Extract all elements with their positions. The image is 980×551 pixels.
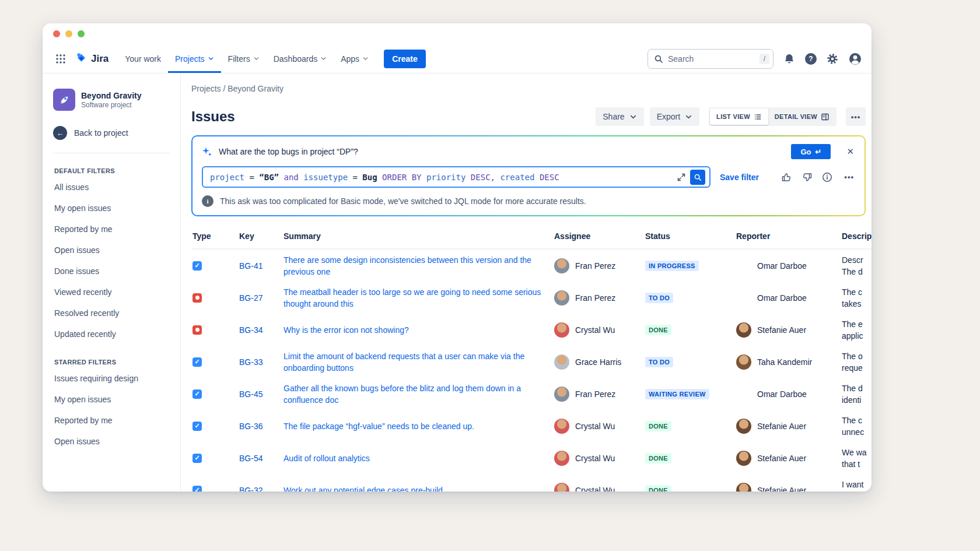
task-type-icon[interactable]: ✓ [192, 454, 202, 463]
status-cell[interactable]: TO DO [645, 292, 736, 303]
reporter-cell[interactable]: Taha Kandemir [736, 355, 842, 370]
thumbs-up-button[interactable] [781, 172, 792, 183]
view-option-detail-view[interactable]: DETAIL VIEW [768, 108, 835, 125]
nav-item-your-work[interactable]: Your work [118, 44, 168, 73]
status-cell[interactable]: DONE [645, 485, 736, 492]
task-type-icon[interactable]: ✓ [192, 389, 202, 399]
nav-item-dashboards[interactable]: Dashboards [267, 44, 334, 73]
assignee-cell[interactable]: Crystal Wu [554, 451, 645, 466]
jql-info-button[interactable] [822, 172, 832, 183]
task-type-icon[interactable]: ✓ [192, 486, 202, 492]
assignee-cell[interactable]: Fran Perez [554, 290, 645, 306]
back-to-project[interactable]: ← Back to project [43, 126, 180, 140]
assignee-cell[interactable]: Crystal Wu [554, 483, 645, 492]
assignee-cell[interactable]: Crystal Wu [554, 419, 645, 434]
task-type-icon[interactable]: ✓ [192, 261, 202, 271]
issue-summary-link[interactable]: The file package “hgf-value” needs to be… [284, 420, 554, 432]
sidebar-item-reported-by-me[interactable]: Reported by me [43, 219, 180, 240]
sidebar-item-open-issues[interactable]: Open issues [43, 431, 180, 452]
create-button[interactable]: Create [384, 50, 426, 68]
column-header-key[interactable]: Key [239, 231, 284, 241]
profile-button[interactable] [848, 52, 862, 66]
sidebar-item-my-open-issues[interactable]: My open issues [43, 389, 180, 410]
issue-key-link[interactable]: BG-33 [239, 357, 284, 367]
issue-key-link[interactable]: BG-34 [239, 325, 284, 335]
expand-editor-button[interactable] [677, 173, 686, 182]
status-cell[interactable]: IN PROGRESS [645, 260, 736, 271]
reporter-cell[interactable]: Stefanie Auer [736, 483, 842, 492]
reporter-cell[interactable]: Stefanie Auer [736, 322, 842, 338]
bug-type-icon[interactable] [192, 325, 202, 335]
sidebar-item-all-issues[interactable]: All issues [43, 177, 180, 198]
column-header-status[interactable]: Status [645, 231, 736, 241]
nav-item-apps[interactable]: Apps [334, 44, 376, 73]
issue-key-link[interactable]: BG-36 [239, 422, 284, 431]
breadcrumb-project-name[interactable]: Beyond Gravity [228, 84, 284, 93]
jira-logo[interactable]: Jira [72, 44, 117, 73]
column-header-summary[interactable]: Summary [284, 231, 554, 241]
assignee-cell[interactable]: Fran Perez [554, 387, 645, 402]
search-input[interactable] [668, 54, 755, 64]
issue-key-link[interactable]: BG-45 [239, 389, 284, 399]
reporter-cell[interactable]: Stefanie Auer [736, 419, 842, 434]
status-cell[interactable]: DONE [645, 452, 736, 464]
issue-summary-link[interactable]: The meatball header is too large so we a… [284, 286, 554, 310]
assignee-cell[interactable]: Grace Harris [554, 355, 645, 370]
nav-item-filters[interactable]: Filters [221, 44, 267, 73]
sidebar-item-issues-requiring-design[interactable]: Issues requiring design [43, 368, 180, 389]
issue-key-link[interactable]: BG-54 [239, 454, 284, 463]
reporter-cell[interactable]: Omar Darboe [736, 389, 842, 399]
notifications-button[interactable] [783, 52, 796, 65]
task-type-icon[interactable]: ✓ [192, 357, 202, 367]
close-panel-button[interactable]: ✕ [845, 145, 855, 158]
status-cell[interactable]: WAITING REVIEW [645, 388, 736, 399]
minimize-window-button[interactable] [65, 30, 72, 37]
sidebar-item-resolved-recently[interactable]: Resolved recently [43, 303, 180, 324]
go-button[interactable]: Go ↵ [791, 144, 831, 159]
reporter-cell[interactable]: Stefanie Auer [736, 451, 842, 466]
zoom-window-button[interactable] [78, 30, 85, 37]
column-header-type[interactable]: Type [192, 231, 239, 241]
thumbs-down-button[interactable] [802, 172, 813, 183]
column-header-assignee[interactable]: Assignee [554, 231, 645, 241]
settings-button[interactable] [826, 52, 839, 65]
task-type-icon[interactable]: ✓ [192, 422, 202, 431]
assignee-cell[interactable]: Crystal Wu [554, 322, 645, 338]
issue-summary-link[interactable]: Audit of rollout analytics [284, 452, 554, 464]
ai-query-text[interactable]: What are the top bugs in project “DP”? [219, 147, 358, 156]
issue-key-link[interactable]: BG-41 [239, 261, 284, 271]
help-button[interactable]: ? [805, 53, 817, 65]
close-window-button[interactable] [53, 30, 60, 37]
view-option-list-view[interactable]: LIST VIEW [710, 108, 768, 125]
issue-summary-link[interactable]: There are some design inconsistencies be… [284, 254, 554, 278]
sidebar-item-viewed-recently[interactable]: Viewed recently [43, 282, 180, 303]
issue-summary-link[interactable]: Why is the error icon not showing? [284, 324, 554, 336]
nav-item-projects[interactable]: Projects [168, 44, 221, 73]
bug-type-icon[interactable] [192, 293, 202, 303]
column-header-description[interactable]: Description [842, 231, 872, 241]
jql-input[interactable]: project = “BG” and issuetype = Bug ORDER… [202, 166, 710, 188]
more-actions-button[interactable]: ••• [846, 107, 866, 126]
reporter-cell[interactable]: Omar Darboe [736, 261, 842, 271]
status-cell[interactable]: TO DO [645, 356, 736, 367]
run-jql-button[interactable] [690, 170, 705, 185]
status-cell[interactable]: DONE [645, 324, 736, 335]
jql-more-button[interactable]: ••• [844, 173, 854, 181]
reporter-cell[interactable]: Omar Darboe [736, 293, 842, 303]
sidebar-item-open-issues[interactable]: Open issues [43, 240, 180, 261]
breadcrumb-projects[interactable]: Projects [191, 84, 221, 93]
column-header-reporter[interactable]: Reporter [736, 231, 842, 241]
share-button[interactable]: Share [596, 107, 643, 126]
app-switcher-icon[interactable] [51, 44, 71, 73]
issue-summary-link[interactable]: Gather all the known bugs before the bli… [284, 382, 554, 406]
issue-key-link[interactable]: BG-32 [239, 486, 284, 492]
sidebar-item-reported-by-me[interactable]: Reported by me [43, 410, 180, 431]
sidebar-item-updated-recently[interactable]: Updated recently [43, 324, 180, 345]
sidebar-item-done-issues[interactable]: Done issues [43, 261, 180, 282]
assignee-cell[interactable]: Fran Perez [554, 258, 645, 273]
status-cell[interactable]: DONE [645, 420, 736, 431]
issue-summary-link[interactable]: Work out any potential edge cases pre-bu… [284, 485, 554, 492]
export-button[interactable]: Export [650, 107, 699, 126]
global-search[interactable]: / [648, 49, 774, 69]
issue-key-link[interactable]: BG-27 [239, 293, 284, 303]
